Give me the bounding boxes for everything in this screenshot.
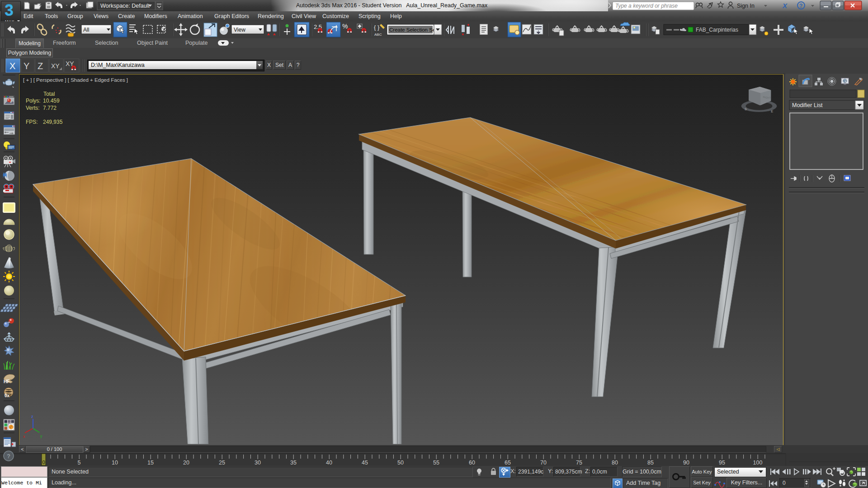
svg-text:0x: 0x bbox=[5, 393, 10, 398]
svg-text:25: 25 bbox=[219, 460, 225, 466]
svg-text:60: 60 bbox=[469, 460, 475, 466]
svg-text:X: X bbox=[9, 61, 15, 71]
svg-text:?: ? bbox=[799, 3, 802, 9]
svg-text:10.459: 10.459 bbox=[43, 98, 60, 104]
svg-text:0: 0 bbox=[42, 460, 45, 465]
svg-text:7.772: 7.772 bbox=[43, 105, 57, 111]
svg-text:70: 70 bbox=[540, 460, 547, 466]
svg-text:XY: XY bbox=[51, 62, 60, 70]
svg-text:50: 50 bbox=[397, 460, 404, 466]
svg-text:?: ? bbox=[7, 453, 10, 460]
svg-text:65: 65 bbox=[505, 460, 511, 466]
svg-text:249,935: 249,935 bbox=[43, 119, 63, 125]
svg-text:Create Selection Se: Create Selection Se bbox=[389, 27, 435, 33]
svg-text:Z: Z bbox=[38, 61, 43, 71]
svg-text:20: 20 bbox=[183, 460, 189, 466]
svg-text:85: 85 bbox=[647, 460, 654, 466]
svg-text:3: 3 bbox=[5, 1, 14, 19]
svg-text:Verts:: Verts: bbox=[26, 105, 40, 111]
svg-text:80: 80 bbox=[612, 460, 618, 466]
svg-text:75: 75 bbox=[576, 460, 582, 466]
svg-text:Sign In: Sign In bbox=[737, 3, 755, 9]
svg-text:E: E bbox=[771, 109, 773, 113]
svg-text:%: % bbox=[342, 23, 348, 30]
svg-text:55: 55 bbox=[433, 460, 439, 466]
svg-text:15: 15 bbox=[147, 460, 154, 466]
svg-text:{ }: { } bbox=[374, 24, 380, 31]
svg-text:Type a keyword or phrase: Type a keyword or phrase bbox=[615, 3, 678, 9]
svg-text:Modifier List: Modifier List bbox=[792, 102, 823, 108]
svg-text:Y: Y bbox=[24, 61, 29, 71]
svg-text:y: y bbox=[40, 434, 42, 438]
svg-text:Workspace: Default: Workspace: Default bbox=[100, 3, 150, 9]
svg-text:S: S bbox=[745, 107, 747, 111]
svg-text:FPS:: FPS: bbox=[26, 119, 38, 125]
svg-text:10: 10 bbox=[112, 460, 118, 466]
svg-text:All: All bbox=[83, 27, 89, 33]
svg-text:30: 30 bbox=[255, 460, 261, 466]
svg-text:FAB_Carpinterias: FAB_Carpinterias bbox=[696, 27, 738, 33]
svg-text:HF: HF bbox=[4, 379, 9, 384]
svg-text:ABC: ABC bbox=[374, 33, 382, 37]
svg-text:95: 95 bbox=[719, 460, 725, 466]
svg-text:45: 45 bbox=[362, 460, 368, 466]
svg-text:Total: Total bbox=[43, 91, 55, 97]
svg-text:5: 5 bbox=[78, 460, 81, 466]
svg-text:40: 40 bbox=[326, 460, 332, 466]
svg-text:z: z bbox=[31, 414, 33, 419]
svg-text:X: X bbox=[782, 2, 788, 9]
svg-text:x: x bbox=[23, 434, 25, 439]
svg-text:Polys:: Polys: bbox=[26, 98, 41, 104]
svg-text:100: 100 bbox=[753, 460, 763, 466]
svg-text:35: 35 bbox=[290, 460, 297, 466]
svg-text:90: 90 bbox=[683, 460, 689, 466]
svg-text:View: View bbox=[234, 27, 245, 33]
